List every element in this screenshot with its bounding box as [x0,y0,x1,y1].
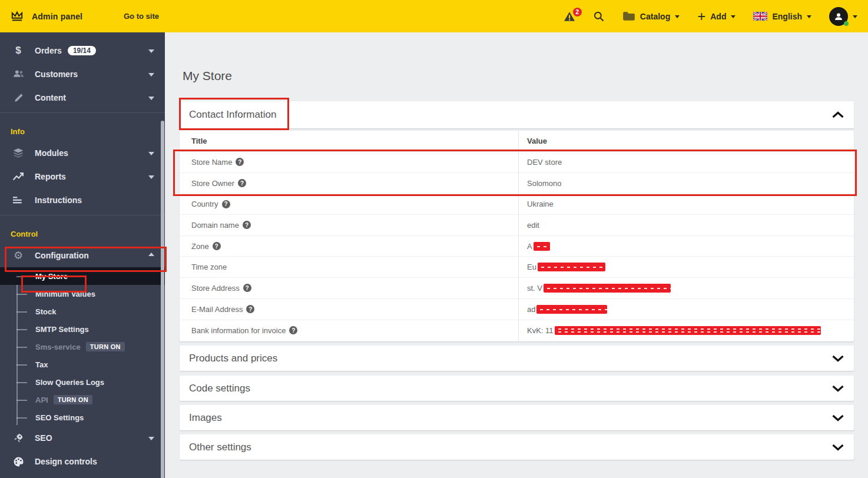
go-to-site-link[interactable]: Go to site [124,12,159,21]
brand-area: Admin panel [0,11,124,22]
help-icon[interactable]: ? [246,305,254,313]
add-menu[interactable]: + Add [697,11,736,22]
list-icon [11,196,26,204]
sidebar-item-reports[interactable]: Reports [0,165,165,188]
chevron-down-icon[interactable] [831,414,844,421]
language-menu[interactable]: English [753,12,811,21]
topbar: Admin panel Go to site 2 Catalog + Add [0,0,868,32]
help-icon[interactable]: ? [243,284,251,292]
sidebar-section-control: Control [0,218,165,244]
catalog-menu-label: Catalog [640,12,670,21]
column-header-value: Value [518,137,854,145]
alerts-count-badge: 2 [573,8,582,16]
sidebar-subitem-stock[interactable]: Stock [0,303,165,320]
chevron-down-icon [148,152,154,158]
help-icon[interactable]: ? [213,242,221,250]
panel-code-settings[interactable]: Code settings [180,376,854,401]
sidebar-item-customers[interactable]: Customers [0,62,165,86]
chevron-down-icon [148,175,154,182]
help-icon[interactable]: ? [243,221,251,229]
table-row: Store Name? DEV store [180,152,854,173]
orders-count-badge: 19/14 [68,46,96,55]
folder-icon [622,11,635,21]
divider [0,215,165,215]
sidebar-subitem-tax[interactable]: Tax [0,356,165,373]
chevron-down-icon[interactable] [831,385,844,392]
panel-products-and-prices[interactable]: Products and prices [180,346,854,371]
chevron-down-icon [148,437,154,443]
chevron-down-icon [807,15,811,21]
panel-title: Contact Information [189,109,276,121]
catalog-menu[interactable]: Catalog [622,11,680,21]
panel-images[interactable]: Images [180,405,854,430]
sidebar-subitem-smtp-settings[interactable]: SMTP Settings [0,320,165,338]
sidebar-item-modules[interactable]: Modules [0,141,165,165]
chevron-down-icon [148,49,154,56]
alerts-button[interactable]: 2 [564,11,575,22]
main-content: My Store Contact Information Title Value… [165,32,868,478]
dollar-icon: $ [11,45,26,57]
chevron-down-icon[interactable] [831,355,844,362]
redaction-block [544,284,671,293]
sidebar-item-design-controls[interactable]: Design controls [0,450,165,473]
user-menu[interactable] [829,7,857,26]
sidebar-scrollbar[interactable] [161,121,164,478]
sidebar-subitem-my-store[interactable]: My Store [0,267,165,285]
uk-flag-icon [753,12,767,21]
crown-icon [11,11,24,22]
sidebar-item-content[interactable]: Content [0,86,165,109]
chevron-down-icon [148,97,154,103]
chart-icon [11,172,26,181]
search-icon[interactable] [593,11,605,22]
panel-other-settings[interactable]: Other settings [180,434,854,460]
layers-icon [11,148,26,158]
help-icon[interactable]: ? [236,158,244,166]
chevron-down-icon[interactable] [831,444,844,451]
online-status-dot [844,21,849,26]
sidebar-subitem-sms-service[interactable]: Sms-service TURN ON [0,338,165,356]
chevron-down-icon [675,15,680,21]
help-icon[interactable]: ? [289,326,297,334]
chevron-down-icon [731,15,736,21]
chevron-up-icon[interactable] [831,111,844,118]
divider [0,112,165,113]
column-divider [518,131,519,341]
sidebar-subitem-api[interactable]: API TURN ON [0,391,165,409]
table-row: Store Owner? Solomono [180,173,854,194]
turn-on-badge[interactable]: TURN ON [54,395,92,404]
chevron-down-icon [148,73,154,79]
sidebar-item-seo[interactable]: SEO [0,426,165,450]
contact-information-panel-header[interactable]: Contact Information [180,101,854,128]
customers-icon [11,69,26,79]
redaction-block [555,326,821,335]
sidebar-subitem-minimum-values[interactable]: Minimum Values [0,285,165,303]
table-row: Country? Ukraine [180,194,854,215]
sidebar-subitem-slow-queries-logs[interactable]: Slow Queries Logs [0,373,165,391]
plus-icon: + [697,11,705,22]
chevron-down-icon [853,15,857,21]
sidebar-item-instructions[interactable]: Instructions [0,188,165,212]
page-title: My Store [183,69,232,83]
contact-information-table: Title Value Store Name? DEV store Store … [180,131,854,341]
palette-icon [11,456,26,467]
pencil-icon [11,93,26,103]
help-icon[interactable]: ? [222,200,230,208]
table-row: Store Address? st. V [180,278,854,299]
help-icon[interactable]: ? [238,179,246,187]
sidebar-subitem-seo-settings[interactable]: SEO Settings [0,409,165,426]
sidebar-item-orders[interactable]: $ Orders 19/14 [0,39,165,62]
table-row: Bank information for invoice? KvK: 11 [180,320,854,341]
rocket-icon [11,433,26,443]
sidebar-section-info: Info [0,116,165,141]
app-title: Admin panel [32,12,82,21]
gear-icon: ⚙ [11,250,26,261]
table-row: Domain name? edit [180,215,854,236]
column-header-title: Title [180,137,518,145]
turn-on-badge[interactable]: TURN ON [86,342,125,351]
table-row: E-Mail Address? ad [180,299,854,320]
redaction-block [538,263,605,271]
redaction-block [534,242,550,251]
redaction-block [536,305,607,314]
sidebar-item-configuration[interactable]: ⚙ Configuration [0,244,165,267]
chevron-up-icon [148,253,154,256]
